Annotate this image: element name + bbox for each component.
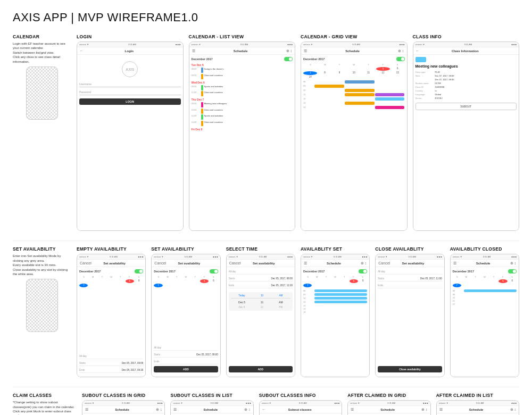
time-picker-current[interactable]: Dec 5 11 AM [231,300,290,305]
label-empty-avail: EMPTY AVAILABILITY [77,246,146,252]
login-button[interactable]: LOGIN [79,98,181,105]
status-bar-st: verizon ▼ 9:31 AM ■ ■ ■ [227,254,295,260]
list-event-8[interactable]: 14:00 Cities and countries [192,121,293,126]
section-cal-list: CALENDAR - LIST VIEW verizon ▼ 9:31 AM ■… [189,34,296,231]
add-button-st[interactable]: ADD [229,366,293,372]
nav-bar-as: ☰ Schedule ⊕ ↕ [301,260,369,267]
label-close-avail: CLOSE AVAILABLITY [375,246,444,252]
main-title: AXIS APP | MVP WIREFRAME1.0 [13,11,519,24]
avail-starts[interactable]: Starts Dec 05, 2017, 09:00 [79,361,143,366]
label-login: LOGIN [77,34,184,39]
section-set-avail-desc: SET AVAILABILITY Enter into Set availabi… [13,246,71,332]
avail-starts-st[interactable]: Starts Dec 05, 2017, 08:00 [229,276,293,281]
nav-bar-acl: ☰ Schedule ⊕ ↕ [437,406,519,413]
list-event-7[interactable]: 12:00 Sports and activities [192,114,293,120]
login-logo: AXIS [122,61,138,77]
time-picker-header: Today 10 AM [231,294,290,298]
days-header: SMT WTFS [303,63,405,66]
list-event-6[interactable]: 10:00 Cities and countries [192,109,293,114]
phone-avail-closed: verizon ▼ 9:31 AM ■ ■ ■ ☰ Schedule ⊕ ↕ D… [450,254,519,377]
cal-toggle-ac[interactable] [508,269,517,273]
list-event-3[interactable]: 09:00 Sports and activities [192,85,293,90]
subout-button[interactable]: SUBOUT [415,103,517,110]
empty-avail-content: December 2017 SMT WTFS 5 6 7 [77,267,145,377]
label-set-avail-desc: SET AVAILABILITY [13,246,71,252]
avail-allday: All-day [79,354,143,359]
cal-header-cg: December 2017 [303,57,405,61]
status-bar-ea: verizon ▼ 9:31 AM ■ ■ ■ [77,254,145,260]
list-event-2[interactable]: 09:00 Cities and countries [192,74,293,79]
add-button-sa[interactable]: ADD [154,366,218,372]
day-header-wed: Wed Dec 6 [192,81,293,84]
title-separator: | [68,11,78,24]
cal-header-ac: December 2017 [453,269,517,273]
password-field[interactable]: Password [79,89,181,95]
label-subout-info: SUBOUT CLASSES INFO [259,393,342,398]
phone-subout-list: verizon ▼ 9:31 AM ■ ■ ■ ☰ Schedule ⊕ ↕ D… [170,400,253,415]
status-bar-si: verizon ▼ 9:31 AM ■ ■ ■ [260,401,342,406]
section-close-avail: CLOSE AVAILABLITY verizon ▼ 9:31 AM ■ ■ … [375,246,444,377]
section-avail-closed: AVAILABLITY CLOSED verizon ▼ 9:31 AM ■ ■… [450,246,519,377]
desc-set-avail: Enter into Set availability Mode by clic… [13,254,71,276]
section-claim-classes: CLAIM CLASSES *Change setting to show su… [13,393,77,415]
days-grid-as: 5 6 7 [303,279,367,287]
section-calendar: CALENDAR Login with EF teacher account t… [13,34,71,120]
list-event-1[interactable]: 08:00 Going to the doctor's [192,68,293,73]
title-bold: AXIS APP [13,11,68,24]
section-after-claimed-list: AFTER CLAIMED IN LIST verizon ▼ 9:31 AM … [436,393,519,415]
info-start: Start: Dec 07, 2017, 09:00 [415,74,517,77]
section-after-claimed-grid: AFTER CLAIMED IN GRID verizon ▼ 9:31 AM … [347,393,430,415]
days-header-ea: SMT WTFS [79,276,143,278]
list-event-4[interactable]: 11:00 Cities and countries [192,91,293,96]
avail-starts-ca[interactable]: Starts Dec 05, 2017, 11:00 [378,276,442,281]
avail-ends[interactable]: Ends Dec 05, 2017, 09:30 [79,368,143,373]
avail-allday-st: All-day [229,269,293,275]
nav-bar-ca: Cancel Set availability [376,260,444,267]
username-field[interactable]: Username [79,81,181,87]
cal-header-sa: December 2017 [154,269,218,273]
status-bar: verizon ▼ 9:31 AM ■ ■ ■ [77,42,183,47]
list-event-5[interactable]: 09:00 Meeting new colleagues [192,102,293,107]
nav-bar-ac: ☰ Schedule ⊕ ↕ [451,260,519,267]
nav-bar-cg: ☰ Schedule ⊕ ↕ [301,47,407,55]
cal-grid-content: December 2017 SMT WTFS 5 67 8910 111213 … [301,55,407,230]
label-class-info: CLASS INFO [413,34,520,39]
section-cal-grid: CALENDAR - GRID VIEW verizon ▼ 9:31 AM ■… [301,34,408,231]
info-end: Dec 07, 2017, 09:30 [415,78,517,81]
cal-toggle-ea[interactable] [135,269,143,273]
status-bar-ci: verizon ▼ 9:31 AM ■ ■ ■ [413,42,519,47]
class-info-content: Meeting new colleagues Class type: PL20 … [413,55,519,230]
select-time-content: All-day Starts Dec 05, 2017, 08:00 Ends … [227,267,295,377]
nav-bar-login: ← Login [77,47,183,55]
day-header-fri: Fri Dec 8 [192,128,293,131]
avail-ends-sa[interactable]: Ends [154,359,218,364]
section-class-info: CLASS INFO verizon ▼ 9:31 AM ■ ■ ■ ← Cla… [413,34,520,231]
avail-ends-ca[interactable]: Ends [378,283,442,288]
cal-toggle-cg[interactable] [396,57,405,61]
avail-starts-sa[interactable]: Starts Dec 05, 2017, 08:00 [154,352,218,358]
desc-calendar: Login with EF teacher account to see you… [13,42,71,64]
cal-toggle-cl[interactable] [284,57,293,61]
cal-toggle-as[interactable] [359,269,367,273]
nav-bar-si: ← Subout classes [260,406,342,413]
label-after-claimed-list: AFTER CLAIMED IN LIST [436,393,519,398]
cal-toggle-sa[interactable] [210,269,218,273]
avail-ends-st[interactable]: Ends Dec 05, 2017, 11:00 [229,283,293,288]
label-set-avail: SET AVAILABILITY [151,246,220,252]
status-bar-sa: verizon ▼ 9:31 AM ■ ■ ■ [152,254,220,260]
avail-allday-sa: All-day [154,345,218,351]
time-picker: Today 10 AM Dec 5 11 AM Dec 6 12 PM [229,292,293,311]
days-header-sa: SMT WTFS [154,276,218,278]
phone-empty-avail: verizon ▼ 9:31 AM ■ ■ ■ Cancel Set avail… [77,254,146,377]
info-server: Server: EVC/EJ [415,97,517,99]
grid-time-slots: 08 09 10 11 [303,80,405,110]
close-avail-content: All-day Starts Dec 05, 2017, 11:00 Ends … [376,267,444,377]
row3: CLAIM CLASSES *Change setting to show su… [13,393,519,415]
status-bar-as: verizon ▼ 9:31 AM ■ ■ ■ [301,254,369,260]
class-type-badge [415,57,426,62]
label-select-time: SELECT TIME [226,246,295,252]
label-cal-list: CALENDAR - LIST VIEW [189,34,296,39]
nav-bar-st: Cancel Set availability [227,260,295,267]
day-header-tue: Tue Dec 5 [192,63,293,67]
close-avail-button[interactable]: Close availability [378,366,442,372]
